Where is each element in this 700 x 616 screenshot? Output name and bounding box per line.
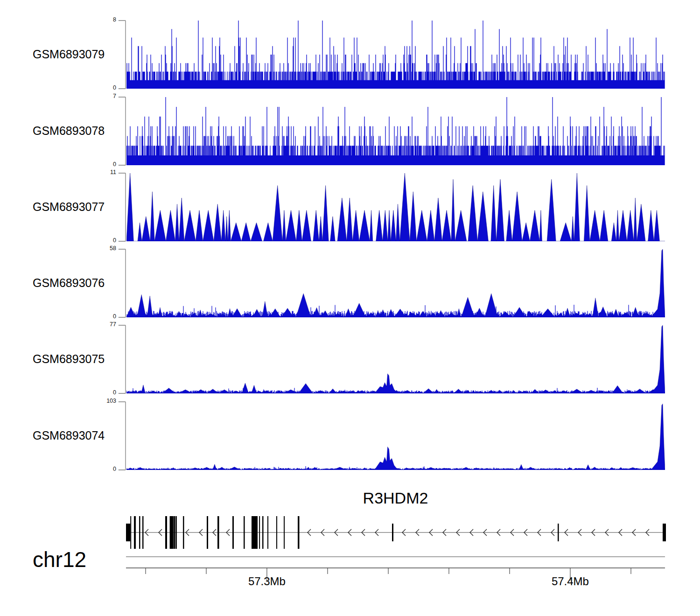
yaxis-min-value: 0	[96, 84, 116, 91]
yaxis-max-value: 58	[96, 245, 116, 252]
chromosome-label: chr12	[33, 547, 86, 572]
yaxis-max-value: 11	[96, 169, 116, 175]
yaxis-max-value: 8	[96, 16, 116, 23]
genome-axis-tick-label: 57.4Mb	[533, 575, 608, 588]
yaxis-bracket	[118, 249, 126, 318]
genome-coverage-figure: GSM689307980GSM689307870GSM6893077110GSM…	[0, 0, 700, 616]
track-label: GSM6893079	[33, 48, 117, 61]
yaxis-bracket	[118, 20, 126, 90]
genome-axis-tick-label: 57.3Mb	[230, 575, 304, 588]
yaxis-bracket	[118, 401, 126, 471]
yaxis-bracket	[118, 325, 126, 394]
yaxis-max-value: 77	[96, 321, 116, 328]
track-label: GSM6893078	[33, 124, 117, 138]
track-label: GSM6893076	[33, 276, 117, 290]
coverage-signal	[126, 97, 665, 165]
gene-model-and-genome-axis	[0, 485, 700, 616]
yaxis-min-value: 0	[96, 466, 116, 472]
yaxis-max-value: 7	[96, 93, 116, 99]
coverage-signal	[126, 402, 665, 470]
yaxis-min-value: 0	[96, 389, 116, 396]
yaxis-bracket	[118, 173, 126, 242]
track-label: GSM6893077	[33, 200, 117, 214]
coverage-signal	[126, 173, 665, 241]
coverage-signal	[126, 325, 665, 393]
yaxis-min-value: 0	[96, 313, 116, 320]
yaxis-bracket	[118, 97, 126, 166]
yaxis-min-value: 0	[96, 237, 116, 244]
yaxis-min-value: 0	[96, 161, 116, 168]
track-label: GSM6893075	[33, 352, 117, 366]
coverage-signal	[126, 249, 665, 317]
track-label: GSM6893074	[33, 429, 117, 442]
coverage-signal	[126, 21, 665, 89]
yaxis-max-value: 103	[96, 398, 116, 404]
